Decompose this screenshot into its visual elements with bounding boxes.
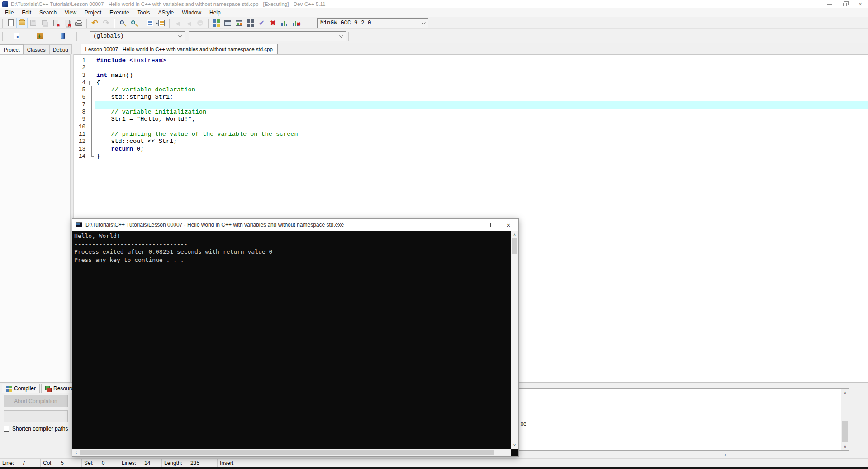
fold-marker[interactable] bbox=[89, 79, 95, 86]
line-number[interactable]: 1 bbox=[74, 57, 89, 64]
fold-marker[interactable] bbox=[89, 153, 95, 160]
line-number[interactable]: 13 bbox=[74, 146, 89, 153]
pause-icon bbox=[197, 20, 203, 26]
line-number[interactable]: 9 bbox=[74, 116, 89, 123]
compile-log-vertical-scrollbar[interactable]: ∧ ∨ bbox=[841, 389, 849, 450]
delete-profiling-button[interactable] bbox=[290, 18, 301, 28]
scroll-down-icon[interactable]: ∨ bbox=[841, 443, 849, 450]
console-close-button[interactable]: × bbox=[498, 219, 518, 231]
editor-file-tab[interactable]: Lesson 00007 - Hello world in C++ with v… bbox=[81, 44, 278, 54]
scroll-up-icon[interactable]: ∧ bbox=[511, 231, 518, 238]
line-number[interactable]: 6 bbox=[74, 94, 89, 101]
goto-function-button[interactable] bbox=[144, 18, 156, 28]
line-number[interactable]: 2 bbox=[74, 64, 89, 71]
line-number[interactable]: 14 bbox=[74, 153, 89, 160]
compile-button[interactable] bbox=[211, 18, 222, 28]
members-select[interactable] bbox=[189, 31, 346, 41]
menu-astyle[interactable]: AStyle bbox=[154, 8, 178, 17]
scrollbar-thumb[interactable] bbox=[842, 421, 848, 442]
fold-marker[interactable] bbox=[89, 131, 95, 138]
tab-project[interactable]: Project bbox=[0, 44, 24, 54]
console-maximize-button[interactable] bbox=[479, 219, 498, 231]
shorten-paths-label: Shorten compiler paths bbox=[12, 426, 68, 432]
globals-select[interactable]: (globals) bbox=[90, 31, 185, 41]
fold-marker[interactable] bbox=[89, 101, 95, 109]
menu-tools[interactable]: Tools bbox=[133, 8, 154, 17]
new-source-button[interactable] bbox=[5, 18, 16, 28]
replace-button[interactable] bbox=[128, 18, 139, 28]
menu-help[interactable]: Help bbox=[205, 8, 225, 17]
insert-snippet-button[interactable] bbox=[11, 31, 22, 41]
fold-marker[interactable] bbox=[89, 116, 95, 123]
line-number[interactable]: 10 bbox=[74, 123, 89, 131]
console-vertical-scrollbar[interactable]: ∧ ∨ bbox=[511, 231, 518, 449]
tab-classes[interactable]: Classes bbox=[24, 44, 49, 54]
devcpp-app-icon bbox=[2, 1, 8, 7]
scroll-down-icon[interactable]: ∨ bbox=[511, 441, 518, 449]
menu-view[interactable]: View bbox=[61, 8, 81, 17]
restore-button[interactable] bbox=[837, 0, 853, 8]
console-output[interactable]: Hello, World!---------------------------… bbox=[72, 231, 511, 449]
code-line: 1#include <iostream> bbox=[74, 57, 868, 64]
scrollbar-thumb[interactable] bbox=[512, 238, 517, 254]
close-button[interactable] bbox=[50, 18, 62, 28]
console-minimize-button[interactable] bbox=[459, 219, 479, 231]
goto-bookmark-button[interactable] bbox=[57, 31, 68, 41]
compile-run-button[interactable] bbox=[233, 18, 245, 28]
save-icon bbox=[30, 20, 36, 26]
menu-project[interactable]: Project bbox=[81, 8, 105, 17]
compiler-select[interactable]: MinGW GCC 9.2.0 bbox=[317, 18, 428, 28]
menu-file[interactable]: File bbox=[1, 8, 18, 17]
line-number[interactable]: 12 bbox=[74, 138, 89, 145]
print-button[interactable] bbox=[73, 18, 84, 28]
fold-marker[interactable] bbox=[89, 138, 95, 145]
abort-compilation-button[interactable] bbox=[267, 18, 279, 28]
goto-line-button[interactable] bbox=[156, 18, 167, 28]
add-bookmark-button[interactable] bbox=[34, 31, 45, 41]
line-number[interactable]: 4 bbox=[74, 79, 89, 86]
code-token bbox=[96, 101, 111, 108]
scroll-right-icon[interactable]: › bbox=[721, 451, 729, 459]
tab-debug[interactable]: Debug bbox=[49, 44, 72, 54]
fold-marker[interactable] bbox=[89, 86, 95, 94]
minimize-button[interactable] bbox=[822, 0, 837, 8]
goto-function-icon bbox=[147, 20, 153, 26]
toolbar-separator bbox=[76, 32, 77, 41]
scroll-left-icon[interactable]: ‹ bbox=[72, 449, 80, 456]
console-horizontal-scrollbar[interactable]: ‹ bbox=[72, 449, 511, 456]
line-number[interactable]: 7 bbox=[74, 101, 89, 109]
fold-marker[interactable] bbox=[89, 146, 95, 153]
code-line: 14} bbox=[74, 153, 868, 160]
menu-window[interactable]: Window bbox=[178, 8, 205, 17]
syntax-check-button[interactable] bbox=[256, 18, 267, 28]
run-button[interactable] bbox=[222, 18, 233, 28]
fold-marker[interactable] bbox=[89, 94, 95, 101]
project-browser-panel bbox=[0, 54, 70, 382]
code-text: std::cout << Str1; bbox=[95, 138, 177, 145]
line-number[interactable]: 8 bbox=[74, 109, 89, 116]
line-number[interactable]: 5 bbox=[74, 86, 89, 94]
forward-icon bbox=[187, 19, 191, 27]
find-button[interactable] bbox=[117, 18, 128, 28]
line-number[interactable]: 3 bbox=[74, 72, 89, 79]
fold-marker[interactable] bbox=[89, 109, 95, 116]
profile-button[interactable] bbox=[279, 18, 290, 28]
shorten-paths-checkbox[interactable] bbox=[4, 426, 9, 432]
compile-log-text: xe bbox=[521, 421, 526, 427]
rebuild-all-button[interactable] bbox=[245, 18, 256, 28]
tab-row: ProjectClassesDebug Lesson 00007 - Hello… bbox=[0, 43, 868, 54]
menu-search[interactable]: Search bbox=[35, 8, 61, 17]
open-button[interactable] bbox=[16, 18, 28, 28]
scrollbar-thumb[interactable] bbox=[80, 450, 494, 455]
report-tab-compiler[interactable]: Compiler bbox=[2, 384, 40, 393]
fold-marker[interactable] bbox=[89, 123, 95, 131]
close-all-button[interactable] bbox=[62, 18, 73, 28]
console-title-bar[interactable]: D:\Tutorials\C++ Tutorials\Lesson 00007 … bbox=[72, 219, 518, 231]
close-button[interactable]: × bbox=[853, 0, 868, 8]
undo-button[interactable] bbox=[89, 18, 100, 28]
scroll-up-icon[interactable]: ∧ bbox=[841, 389, 849, 397]
menu-edit[interactable]: Edit bbox=[18, 8, 35, 17]
menu-execute[interactable]: Execute bbox=[105, 8, 133, 17]
line-number[interactable]: 11 bbox=[74, 131, 89, 138]
save-all-icon bbox=[42, 20, 47, 25]
